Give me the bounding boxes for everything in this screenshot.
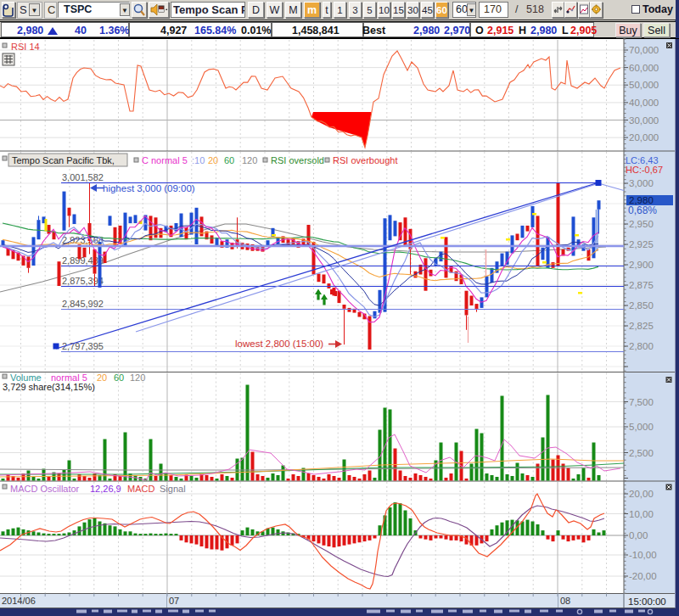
svg-text:10,00: 10,00 (629, 509, 654, 519)
svg-text:3,000: 3,000 (629, 178, 654, 188)
svg-text:Tempo Scan Pacific Tbk,: Tempo Scan Pacific Tbk, (12, 155, 115, 165)
svg-text:HC:-0,67: HC:-0,67 (626, 165, 663, 175)
svg-text:120: 120 (242, 155, 257, 165)
svg-text:-10,00: -10,00 (629, 550, 657, 560)
svg-text:20: 20 (97, 372, 107, 383)
svg-text:2,825: 2,825 (629, 321, 654, 331)
svg-text:2014/06: 2014/06 (2, 596, 36, 606)
svg-text:5,000: 5,000 (629, 422, 654, 432)
svg-text:7,500: 7,500 (629, 397, 654, 407)
svg-text:lowest 2,800 (15:00): lowest 2,800 (15:00) (235, 339, 323, 349)
svg-text:08: 08 (560, 596, 570, 606)
svg-text:2,900: 2,900 (629, 260, 654, 270)
svg-text:RSI oversold: RSI oversold (271, 155, 324, 165)
svg-text:20,00: 20,00 (629, 489, 654, 499)
svg-text:30,000: 30,000 (629, 115, 659, 126)
svg-text:12,26,9: 12,26,9 (90, 484, 121, 494)
svg-text:2,850: 2,850 (629, 300, 654, 311)
svg-text:40,000: 40,000 (629, 98, 659, 108)
svg-text:C normal 5: C normal 5 (142, 155, 188, 165)
svg-text:MACD Oscillator: MACD Oscillator (10, 484, 80, 494)
svg-text:2,845,992: 2,845,992 (62, 299, 104, 309)
svg-text:3,729 share(314,15%): 3,729 share(314,15%) (3, 382, 95, 392)
svg-text:2,800: 2,800 (629, 341, 654, 351)
svg-text:2,797,395: 2,797,395 (62, 341, 104, 351)
svg-text:20,000: 20,000 (629, 132, 659, 143)
svg-text:2,925: 2,925 (629, 239, 654, 249)
svg-text:-20,00: -20,00 (629, 571, 657, 581)
svg-text:15:00:00: 15:00:00 (628, 596, 666, 607)
svg-text:60: 60 (224, 155, 234, 165)
svg-text:MACD: MACD (127, 484, 154, 494)
svg-text:2,950: 2,950 (629, 219, 654, 229)
svg-text:2,875: 2,875 (629, 280, 654, 290)
svg-text:70,000: 70,000 (629, 45, 659, 55)
svg-text::10: :10 (192, 155, 205, 165)
svg-text:0,00: 0,00 (629, 530, 648, 540)
svg-text:highest 3,000 (09:00): highest 3,000 (09:00) (103, 183, 195, 193)
svg-text:3,001,582: 3,001,582 (62, 172, 104, 182)
svg-text:RSI 14: RSI 14 (11, 42, 40, 52)
svg-text:60: 60 (114, 372, 124, 383)
svg-text:120: 120 (130, 372, 145, 383)
svg-text:2,500: 2,500 (629, 448, 654, 458)
svg-text:2,875,394: 2,875,394 (62, 276, 104, 286)
svg-text:50,000: 50,000 (629, 80, 659, 90)
svg-text:2,899,489: 2,899,489 (62, 255, 104, 266)
svg-text:0,68%: 0,68% (628, 204, 657, 216)
svg-text:07: 07 (169, 596, 179, 606)
svg-text:RSI overbought: RSI overbought (333, 155, 397, 165)
svg-text:Signal: Signal (160, 484, 186, 494)
svg-text:60,000: 60,000 (629, 63, 659, 73)
svg-text:20: 20 (208, 155, 218, 165)
